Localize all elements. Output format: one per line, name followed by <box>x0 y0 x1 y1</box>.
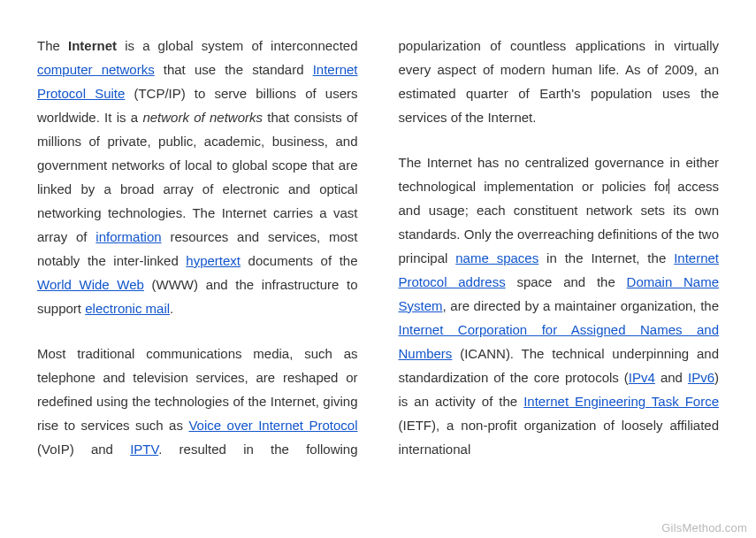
text-run: and <box>655 370 688 385</box>
document-body: The Internet is a global system of inter… <box>0 0 756 533</box>
italic-text: network of networks <box>142 110 263 125</box>
text-run: that use the standard <box>155 62 313 77</box>
text-run: documents of the <box>241 253 357 268</box>
watermark-text: GilsMethod.com <box>661 521 747 534</box>
link-world-wide-web[interactable]: World Wide Web <box>37 277 144 292</box>
text-run: that consists of millions of private, pu… <box>37 110 358 244</box>
link-computer-networks[interactable]: computer networks <box>37 62 155 77</box>
bold-text: Internet <box>68 38 117 53</box>
text-run: space and the <box>506 274 627 289</box>
text-run: (VoIP) and <box>37 442 130 457</box>
text-run: (IETF), a non-profit organization of loo… <box>399 418 720 457</box>
link-information[interactable]: information <box>95 229 161 244</box>
text-run: in the Internet, the <box>538 250 674 265</box>
link-electronic-mail[interactable]: electronic mail <box>85 301 170 316</box>
text-run: is a global system of interconnected <box>117 38 357 53</box>
text-run: The <box>37 38 68 53</box>
text-run: . <box>158 442 179 457</box>
link-ipv6[interactable]: IPv6 <box>688 370 714 385</box>
paragraph: The Internet is a global system of inter… <box>37 34 358 320</box>
link-name-spaces[interactable]: name spaces <box>455 250 538 265</box>
link-iptv[interactable]: IPTV <box>130 442 158 457</box>
text-run: . <box>170 301 173 316</box>
link-hypertext[interactable]: hypertext <box>186 253 241 268</box>
text-run: , are directed by a maintainer organizat… <box>443 298 719 313</box>
paragraph: The Internet has no centralized governan… <box>399 150 720 461</box>
link-ipv4[interactable]: IPv4 <box>629 370 655 385</box>
link-voip[interactable]: Voice over Internet Protocol <box>188 418 357 433</box>
link-ietf[interactable]: Internet Engineering Task Force <box>523 394 719 409</box>
